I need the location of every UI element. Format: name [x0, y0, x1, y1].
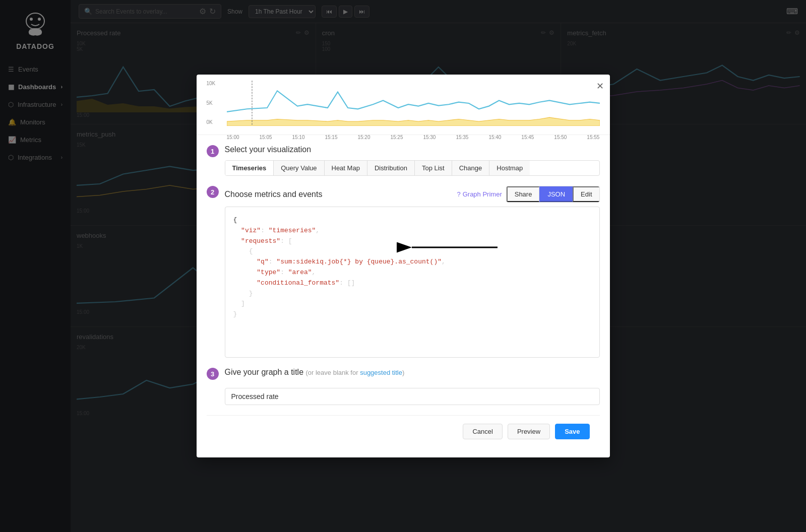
- json-tab-button[interactable]: JSON: [539, 186, 573, 202]
- step-2-title: Choose metrics and events: [225, 190, 323, 199]
- json-line-1: {: [233, 215, 591, 226]
- step-1: 1 Select your visualization Timeseries Q…: [207, 145, 600, 176]
- step-1-number: 1: [207, 145, 219, 157]
- viz-tab-timeseries[interactable]: Timeseries: [225, 161, 274, 175]
- viz-tabs: Timeseries Query Value Heat Map Distribu…: [225, 160, 600, 176]
- save-button[interactable]: Save: [555, 424, 589, 439]
- modal-overlay: ✕ 10K 5K 0K 15:0015:0515:101: [0, 0, 806, 532]
- modal-footer: Cancel Preview Save: [207, 415, 600, 447]
- json-line-2: "viz": "timeseries",: [233, 226, 591, 236]
- step-3-title: Give your graph a title (or leave blank …: [225, 368, 600, 377]
- viz-tab-heat-map[interactable]: Heat Map: [325, 161, 367, 175]
- step-3-hint: (or leave blank for suggested title): [305, 369, 404, 376]
- y-label-0k: 0K: [207, 119, 225, 125]
- edit-tab-button[interactable]: Edit: [573, 186, 599, 202]
- viz-tab-top-list[interactable]: Top List: [415, 161, 452, 175]
- json-line-3: "requests": [: [233, 236, 591, 247]
- viz-tab-distribution[interactable]: Distribution: [367, 161, 415, 175]
- step-2-actions: ? Graph Primer Share JSON Edit: [457, 186, 599, 203]
- step-2-header: Choose metrics and events ? Graph Primer…: [225, 186, 600, 203]
- graph-title-input[interactable]: [225, 388, 600, 405]
- json-line-10: }: [233, 309, 591, 320]
- viz-tab-hostmap[interactable]: Hostmap: [489, 161, 530, 175]
- y-label-10k: 10K: [207, 81, 225, 86]
- question-icon: ?: [457, 190, 460, 198]
- modal-chart-preview: 10K 5K 0K 15:0015:0515:1015:1515:2015:25…: [197, 75, 610, 135]
- edit-graph-modal: ✕ 10K 5K 0K 15:0015:0515:101: [197, 75, 610, 457]
- step-2: 2 Choose metrics and events ? Graph Prim…: [207, 186, 600, 358]
- step-3-number: 3: [207, 368, 219, 380]
- json-editor[interactable]: { "viz": "timeseries", "requests": [ { "…: [225, 207, 600, 358]
- step-1-title: Select your visualization: [225, 145, 600, 154]
- modal-chart-svg: [227, 81, 600, 126]
- json-line-4: {: [233, 246, 591, 257]
- json-line-5: "q": "sum:sidekiq.job{*} by {queue}.as_c…: [233, 257, 591, 268]
- graph-primer-link[interactable]: ? Graph Primer: [457, 190, 502, 198]
- json-line-9: ]: [233, 299, 591, 309]
- step-2-content: Choose metrics and events ? Graph Primer…: [225, 186, 600, 358]
- step-3-content: Give your graph a title (or leave blank …: [225, 368, 600, 405]
- graph-primer-label: Graph Primer: [463, 190, 502, 198]
- viz-tab-change[interactable]: Change: [452, 161, 490, 175]
- suggested-title-link[interactable]: suggested title: [360, 369, 402, 376]
- json-line-8: }: [233, 289, 591, 299]
- cancel-button[interactable]: Cancel: [463, 424, 502, 439]
- step-2-number: 2: [207, 186, 219, 198]
- modal-close-button[interactable]: ✕: [596, 81, 604, 92]
- viz-tab-query-value[interactable]: Query Value: [274, 161, 324, 175]
- modal-body: 1 Select your visualization Timeseries Q…: [197, 135, 610, 457]
- step-3: 3 Give your graph a title (or leave blan…: [207, 368, 600, 405]
- preview-button[interactable]: Preview: [508, 424, 550, 439]
- step-1-content: Select your visualization Timeseries Que…: [225, 145, 600, 176]
- json-line-7: "conditional_formats": []: [233, 278, 591, 289]
- tab-buttons: Share JSON Edit: [506, 186, 600, 203]
- json-line-6: "type": "area",: [233, 268, 591, 278]
- svg-marker-5: [227, 117, 600, 126]
- share-tab-button[interactable]: Share: [507, 186, 540, 202]
- y-label-5k: 5K: [207, 100, 225, 106]
